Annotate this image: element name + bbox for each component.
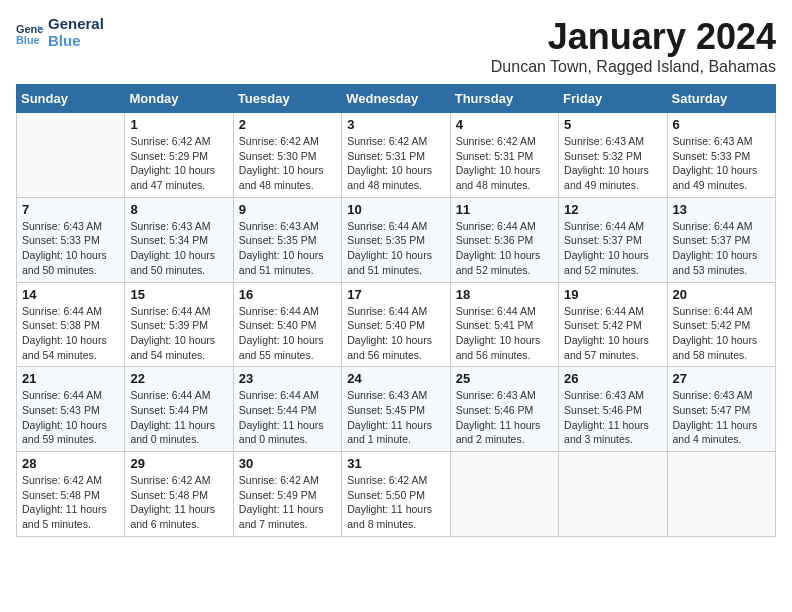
day-info: Sunrise: 6:42 AM Sunset: 5:50 PM Dayligh… <box>347 473 444 532</box>
day-info: Sunrise: 6:42 AM Sunset: 5:49 PM Dayligh… <box>239 473 336 532</box>
day-number: 22 <box>130 371 227 386</box>
calendar-cell: 16Sunrise: 6:44 AM Sunset: 5:40 PM Dayli… <box>233 282 341 367</box>
calendar-week-5: 28Sunrise: 6:42 AM Sunset: 5:48 PM Dayli… <box>17 452 776 537</box>
day-info: Sunrise: 6:44 AM Sunset: 5:44 PM Dayligh… <box>239 388 336 447</box>
day-info: Sunrise: 6:44 AM Sunset: 5:43 PM Dayligh… <box>22 388 119 447</box>
day-number: 2 <box>239 117 336 132</box>
calendar-week-1: 1Sunrise: 6:42 AM Sunset: 5:29 PM Daylig… <box>17 113 776 198</box>
day-info: Sunrise: 6:44 AM Sunset: 5:42 PM Dayligh… <box>564 304 661 363</box>
logo-line1: General <box>48 16 104 33</box>
logo: General Blue General Blue <box>16 16 104 49</box>
calendar-cell: 13Sunrise: 6:44 AM Sunset: 5:37 PM Dayli… <box>667 197 775 282</box>
day-number: 31 <box>347 456 444 471</box>
day-number: 4 <box>456 117 553 132</box>
calendar-cell: 26Sunrise: 6:43 AM Sunset: 5:46 PM Dayli… <box>559 367 667 452</box>
header-monday: Monday <box>125 85 233 113</box>
calendar-cell: 3Sunrise: 6:42 AM Sunset: 5:31 PM Daylig… <box>342 113 450 198</box>
svg-text:Blue: Blue <box>16 33 40 45</box>
day-info: Sunrise: 6:43 AM Sunset: 5:33 PM Dayligh… <box>22 219 119 278</box>
calendar-week-4: 21Sunrise: 6:44 AM Sunset: 5:43 PM Dayli… <box>17 367 776 452</box>
calendar-cell <box>559 452 667 537</box>
day-info: Sunrise: 6:44 AM Sunset: 5:39 PM Dayligh… <box>130 304 227 363</box>
calendar-cell: 7Sunrise: 6:43 AM Sunset: 5:33 PM Daylig… <box>17 197 125 282</box>
day-info: Sunrise: 6:43 AM Sunset: 5:45 PM Dayligh… <box>347 388 444 447</box>
day-number: 30 <box>239 456 336 471</box>
day-info: Sunrise: 6:44 AM Sunset: 5:40 PM Dayligh… <box>239 304 336 363</box>
calendar-cell: 11Sunrise: 6:44 AM Sunset: 5:36 PM Dayli… <box>450 197 558 282</box>
calendar-cell: 31Sunrise: 6:42 AM Sunset: 5:50 PM Dayli… <box>342 452 450 537</box>
calendar-cell: 18Sunrise: 6:44 AM Sunset: 5:41 PM Dayli… <box>450 282 558 367</box>
calendar-cell: 8Sunrise: 6:43 AM Sunset: 5:34 PM Daylig… <box>125 197 233 282</box>
day-info: Sunrise: 6:43 AM Sunset: 5:35 PM Dayligh… <box>239 219 336 278</box>
day-number: 25 <box>456 371 553 386</box>
calendar-cell <box>450 452 558 537</box>
day-info: Sunrise: 6:44 AM Sunset: 5:40 PM Dayligh… <box>347 304 444 363</box>
day-info: Sunrise: 6:42 AM Sunset: 5:48 PM Dayligh… <box>130 473 227 532</box>
header-wednesday: Wednesday <box>342 85 450 113</box>
day-info: Sunrise: 6:42 AM Sunset: 5:48 PM Dayligh… <box>22 473 119 532</box>
day-number: 27 <box>673 371 770 386</box>
day-info: Sunrise: 6:43 AM Sunset: 5:46 PM Dayligh… <box>564 388 661 447</box>
day-info: Sunrise: 6:44 AM Sunset: 5:37 PM Dayligh… <box>673 219 770 278</box>
calendar-cell: 4Sunrise: 6:42 AM Sunset: 5:31 PM Daylig… <box>450 113 558 198</box>
calendar-cell: 27Sunrise: 6:43 AM Sunset: 5:47 PM Dayli… <box>667 367 775 452</box>
day-info: Sunrise: 6:43 AM Sunset: 5:47 PM Dayligh… <box>673 388 770 447</box>
day-number: 13 <box>673 202 770 217</box>
day-info: Sunrise: 6:44 AM Sunset: 5:38 PM Dayligh… <box>22 304 119 363</box>
calendar-table: SundayMondayTuesdayWednesdayThursdayFrid… <box>16 84 776 537</box>
calendar-cell: 21Sunrise: 6:44 AM Sunset: 5:43 PM Dayli… <box>17 367 125 452</box>
day-number: 10 <box>347 202 444 217</box>
day-number: 5 <box>564 117 661 132</box>
day-number: 9 <box>239 202 336 217</box>
header-thursday: Thursday <box>450 85 558 113</box>
title-section: January 2024 Duncan Town, Ragged Island,… <box>491 16 776 76</box>
calendar-cell: 29Sunrise: 6:42 AM Sunset: 5:48 PM Dayli… <box>125 452 233 537</box>
day-info: Sunrise: 6:42 AM Sunset: 5:31 PM Dayligh… <box>347 134 444 193</box>
day-number: 11 <box>456 202 553 217</box>
calendar-cell: 19Sunrise: 6:44 AM Sunset: 5:42 PM Dayli… <box>559 282 667 367</box>
calendar-cell: 6Sunrise: 6:43 AM Sunset: 5:33 PM Daylig… <box>667 113 775 198</box>
header-saturday: Saturday <box>667 85 775 113</box>
header-friday: Friday <box>559 85 667 113</box>
day-number: 28 <box>22 456 119 471</box>
day-number: 17 <box>347 287 444 302</box>
day-number: 12 <box>564 202 661 217</box>
day-info: Sunrise: 6:43 AM Sunset: 5:33 PM Dayligh… <box>673 134 770 193</box>
calendar-cell: 14Sunrise: 6:44 AM Sunset: 5:38 PM Dayli… <box>17 282 125 367</box>
day-number: 18 <box>456 287 553 302</box>
day-info: Sunrise: 6:44 AM Sunset: 5:41 PM Dayligh… <box>456 304 553 363</box>
day-number: 15 <box>130 287 227 302</box>
day-info: Sunrise: 6:43 AM Sunset: 5:46 PM Dayligh… <box>456 388 553 447</box>
day-number: 21 <box>22 371 119 386</box>
calendar-header-row: SundayMondayTuesdayWednesdayThursdayFrid… <box>17 85 776 113</box>
page-header: General Blue General Blue January 2024 D… <box>16 16 776 76</box>
calendar-cell: 2Sunrise: 6:42 AM Sunset: 5:30 PM Daylig… <box>233 113 341 198</box>
day-number: 19 <box>564 287 661 302</box>
day-number: 8 <box>130 202 227 217</box>
day-info: Sunrise: 6:43 AM Sunset: 5:34 PM Dayligh… <box>130 219 227 278</box>
calendar-cell: 5Sunrise: 6:43 AM Sunset: 5:32 PM Daylig… <box>559 113 667 198</box>
day-number: 29 <box>130 456 227 471</box>
day-info: Sunrise: 6:44 AM Sunset: 5:44 PM Dayligh… <box>130 388 227 447</box>
location-title: Duncan Town, Ragged Island, Bahamas <box>491 58 776 76</box>
day-number: 23 <box>239 371 336 386</box>
logo-line2: Blue <box>48 33 104 50</box>
calendar-cell: 17Sunrise: 6:44 AM Sunset: 5:40 PM Dayli… <box>342 282 450 367</box>
calendar-cell: 10Sunrise: 6:44 AM Sunset: 5:35 PM Dayli… <box>342 197 450 282</box>
day-number: 1 <box>130 117 227 132</box>
day-number: 24 <box>347 371 444 386</box>
header-tuesday: Tuesday <box>233 85 341 113</box>
calendar-week-3: 14Sunrise: 6:44 AM Sunset: 5:38 PM Dayli… <box>17 282 776 367</box>
day-number: 14 <box>22 287 119 302</box>
calendar-cell: 15Sunrise: 6:44 AM Sunset: 5:39 PM Dayli… <box>125 282 233 367</box>
logo-icon: General Blue <box>16 19 44 47</box>
calendar-week-2: 7Sunrise: 6:43 AM Sunset: 5:33 PM Daylig… <box>17 197 776 282</box>
day-info: Sunrise: 6:44 AM Sunset: 5:36 PM Dayligh… <box>456 219 553 278</box>
calendar-cell: 24Sunrise: 6:43 AM Sunset: 5:45 PM Dayli… <box>342 367 450 452</box>
day-info: Sunrise: 6:44 AM Sunset: 5:37 PM Dayligh… <box>564 219 661 278</box>
day-number: 26 <box>564 371 661 386</box>
header-sunday: Sunday <box>17 85 125 113</box>
calendar-cell: 30Sunrise: 6:42 AM Sunset: 5:49 PM Dayli… <box>233 452 341 537</box>
calendar-cell: 25Sunrise: 6:43 AM Sunset: 5:46 PM Dayli… <box>450 367 558 452</box>
calendar-cell <box>667 452 775 537</box>
